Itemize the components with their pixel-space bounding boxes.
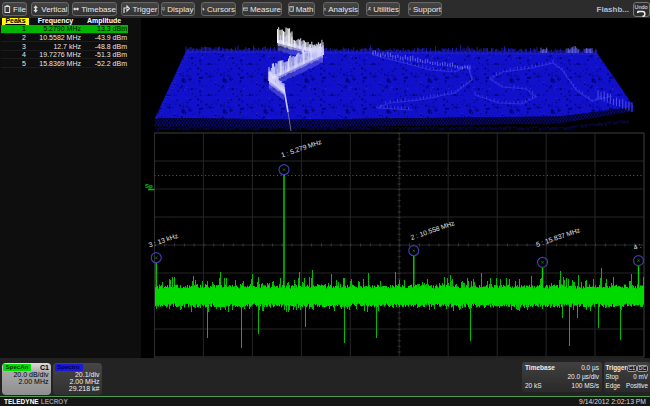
- svg-text:4 :: 4 :: [633, 242, 643, 251]
- svg-text:2 : 10.558 MHz: 2 : 10.558 MHz: [410, 219, 456, 241]
- svg-text:Sp: Sp: [145, 183, 153, 189]
